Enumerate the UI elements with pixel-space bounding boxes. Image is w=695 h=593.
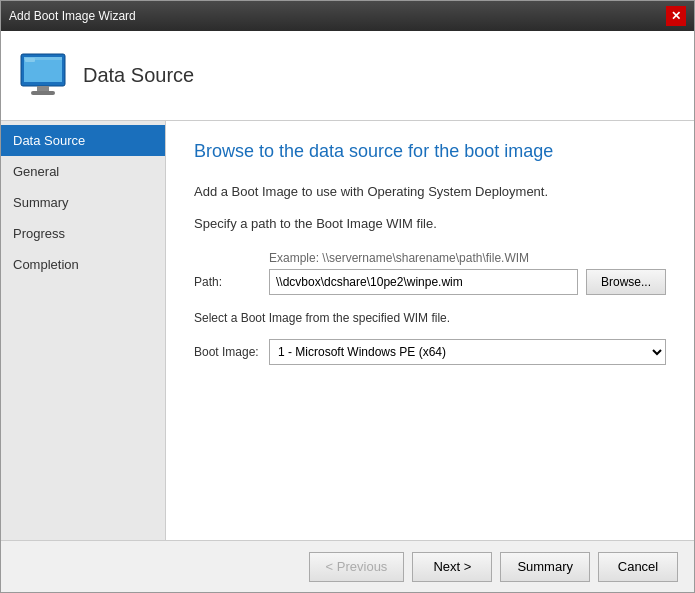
path-input[interactable] <box>269 269 578 295</box>
boot-image-select[interactable]: 1 - Microsoft Windows PE (x64) <box>269 339 666 365</box>
path-label: Path: <box>194 275 269 289</box>
svg-rect-5 <box>24 57 62 60</box>
content-area: Browse to the data source for the boot i… <box>166 121 694 540</box>
header-area: Data Source <box>1 31 694 121</box>
previous-button[interactable]: < Previous <box>309 552 405 582</box>
sidebar-item-progress[interactable]: Progress <box>1 218 165 249</box>
svg-rect-3 <box>37 86 49 91</box>
path-example: Example: \\servername\sharename\path\fil… <box>269 251 666 265</box>
browse-button[interactable]: Browse... <box>586 269 666 295</box>
svg-rect-4 <box>31 91 55 95</box>
summary-button[interactable]: Summary <box>500 552 590 582</box>
boot-image-section-label: Select a Boot Image from the specified W… <box>194 311 666 325</box>
content-desc1: Add a Boot Image to use with Operating S… <box>194 182 666 202</box>
header-title: Data Source <box>83 64 194 87</box>
sidebar-item-data-source[interactable]: Data Source <box>1 125 165 156</box>
wizard-window: Add Boot Image Wizard ✕ Data Source <box>0 0 695 593</box>
path-row: Path: Browse... <box>194 269 666 295</box>
computer-icon <box>17 50 69 102</box>
sidebar-item-completion[interactable]: Completion <box>1 249 165 280</box>
footer: < Previous Next > Summary Cancel <box>1 540 694 592</box>
boot-image-row: Boot Image: 1 - Microsoft Windows PE (x6… <box>194 339 666 365</box>
title-bar: Add Boot Image Wizard ✕ <box>1 1 694 31</box>
boot-image-label: Boot Image: <box>194 345 269 359</box>
sidebar: Data Source General Summary Progress Com… <box>1 121 166 540</box>
main-area: Data Source General Summary Progress Com… <box>1 121 694 540</box>
content-title: Browse to the data source for the boot i… <box>194 141 666 162</box>
next-button[interactable]: Next > <box>412 552 492 582</box>
close-button[interactable]: ✕ <box>666 6 686 26</box>
sidebar-item-summary[interactable]: Summary <box>1 187 165 218</box>
sidebar-item-general[interactable]: General <box>1 156 165 187</box>
window-title: Add Boot Image Wizard <box>9 9 136 23</box>
content-desc2: Specify a path to the Boot Image WIM fil… <box>194 214 666 234</box>
cancel-button[interactable]: Cancel <box>598 552 678 582</box>
